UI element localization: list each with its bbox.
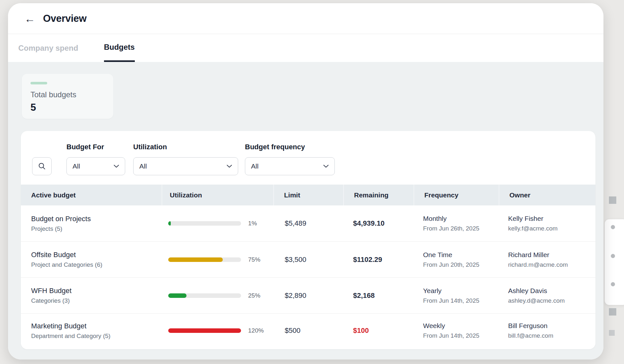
limit-value: $3,500 (273, 256, 343, 264)
filter-label-budget-for: Budget For (66, 143, 104, 151)
utilization-percent: 1% (248, 220, 257, 227)
utilization-bar-track (168, 221, 241, 226)
col-header-frequency: Frequency (414, 185, 499, 205)
budgets-table-card: Budget For All Utilization All Budget fr… (21, 131, 595, 349)
budget-scope: Projects (5) (31, 225, 162, 232)
utilization-percent: 75% (248, 256, 260, 263)
tab-budgets[interactable]: Budgets (104, 34, 135, 62)
total-budgets-label: Total budgets (30, 90, 113, 99)
chevron-down-icon (323, 165, 329, 168)
total-budgets-card: Total budgets 5 (22, 74, 113, 119)
table-row[interactable]: Marketing Budget Department and Category… (21, 313, 595, 348)
frequency-start-date: From Jun 20th, 2025 (423, 261, 499, 268)
filter-label-utilization: Utilization (133, 143, 167, 151)
table-row[interactable]: Offsite Budget Project and Categories (6… (21, 241, 595, 277)
utilization-bar-fill (168, 293, 186, 298)
total-budgets-value: 5 (30, 102, 113, 113)
limit-value: $500 (273, 326, 343, 335)
budget-name: WFH Budget (31, 287, 162, 295)
utilization-bar-fill (168, 257, 223, 262)
remaining-value: $100 (343, 326, 414, 335)
owner-name: Richard Miller (508, 251, 595, 259)
overview-window: ← Overview Company spend Budgets Total b… (8, 3, 603, 360)
frequency-value: One Time (423, 251, 499, 259)
limit-value: $5,489 (273, 219, 343, 228)
budget-scope: Project and Categories (6) (31, 261, 162, 268)
owner-name: Bill Ferguson (508, 322, 595, 330)
peek-square-middle (609, 308, 616, 316)
filter-label-budget-frequency: Budget frequency (245, 143, 305, 151)
owner-name: Kelly Fisher (508, 215, 595, 222)
utilization-bar-fill (168, 328, 241, 333)
owner-email: kelly.f@acme.com (508, 225, 595, 232)
tab-company-spend[interactable]: Company spend (18, 34, 78, 62)
col-header-utilization: Utilization (162, 185, 273, 205)
tab-label: Budgets (104, 43, 135, 52)
search-button[interactable] (32, 157, 52, 175)
frequency-value: Monthly (423, 215, 499, 222)
peek-square-bottom (609, 330, 615, 336)
tab-label: Company spend (18, 44, 78, 53)
utilization-percent: 120% (248, 327, 264, 334)
search-icon (38, 162, 46, 170)
remaining-value: $4,939.10 (343, 219, 414, 228)
utilization-bar-track (168, 293, 241, 298)
frequency-start-date: From Jun 26th, 2025 (423, 225, 499, 232)
peek-dots-panel (605, 219, 624, 305)
remaining-value: $1102.29 (343, 256, 414, 264)
utilization-percent: 25% (248, 292, 260, 299)
peek-square-top (609, 196, 616, 204)
budget-scope: Department and Category (5) (31, 333, 162, 340)
peek-dot (611, 282, 615, 286)
owner-email: richard.m@acme.com (508, 261, 595, 268)
budget-name: Marketing Budget (31, 322, 162, 330)
utilization-bar-track (168, 257, 241, 262)
col-header-active-budget: Active budget (21, 185, 162, 205)
frequency-start-date: From Jun 14th, 2025 (423, 297, 499, 304)
peek-dot (611, 254, 615, 258)
tab-bar: Company spend Budgets (8, 34, 603, 62)
budget-name: Budget on Projects (31, 215, 162, 223)
window-header: ← Overview (8, 3, 603, 34)
table-header-row: Active budget Utilization Limit Remainin… (21, 185, 595, 205)
dropdown-value: All (73, 162, 80, 170)
page-title: Overview (43, 13, 86, 24)
remaining-value: $2,168 (343, 291, 414, 300)
utilization-bar-fill (168, 221, 171, 226)
budget-table-rows: Budget on Projects Projects (5) 1% $5,48… (21, 205, 595, 348)
col-header-remaining: Remaining (343, 185, 414, 205)
dropdown-value: All (251, 162, 258, 170)
page-body: Total budgets 5 Budget For All (8, 62, 603, 360)
filter-bar: Budget For All Utilization All Budget fr… (21, 131, 595, 185)
peek-dot (611, 225, 615, 229)
frequency-value: Yearly (423, 287, 499, 295)
chevron-down-icon (227, 165, 232, 168)
budget-scope: Categories (3) (31, 297, 162, 304)
table-row[interactable]: Budget on Projects Projects (5) 1% $5,48… (21, 205, 595, 241)
owner-email: ashley.d@acme.com (508, 297, 595, 304)
frequency-value: Weekly (423, 322, 499, 330)
budget-name: Offsite Budget (31, 251, 162, 259)
utilization-bar-track (168, 328, 241, 333)
budget-frequency-dropdown[interactable]: All (245, 157, 335, 175)
dropdown-value: All (139, 162, 147, 170)
frequency-start-date: From Jun 14th, 2025 (423, 332, 499, 339)
col-header-limit: Limit (273, 185, 343, 205)
owner-email: bill.f@acme.com (508, 332, 595, 339)
back-arrow-icon[interactable]: ← (22, 12, 37, 25)
col-header-owner: Owner (499, 185, 595, 205)
utilization-dropdown[interactable]: All (133, 157, 238, 175)
budget-for-dropdown[interactable]: All (66, 157, 125, 175)
limit-value: $2,890 (273, 291, 343, 300)
accent-bar (30, 82, 47, 84)
chevron-down-icon (114, 165, 119, 168)
owner-name: Ashley Davis (508, 287, 595, 295)
table-row[interactable]: WFH Budget Categories (3) 25% $2,890 $2,… (21, 277, 595, 313)
